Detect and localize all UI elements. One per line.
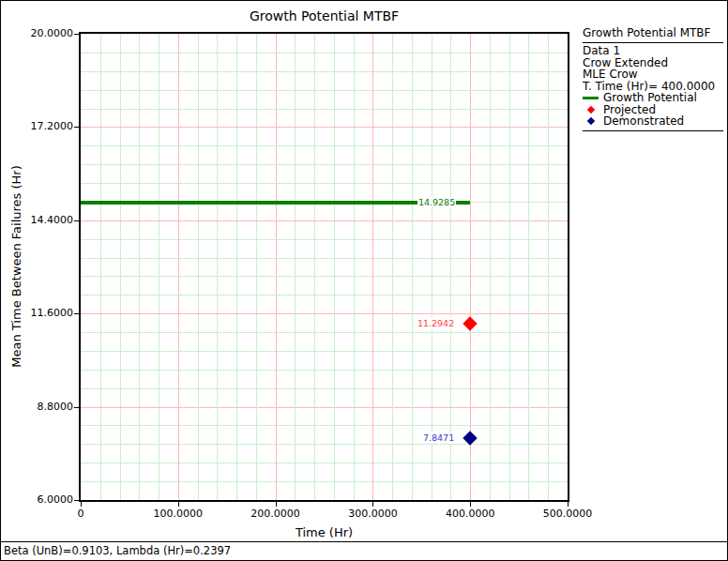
legend-item-demonstrated: Demonstrated [583,115,723,128]
minor-gridline-h [81,388,568,389]
minor-gridline-h [81,370,568,371]
y-tick-label: 17.2000 [1,120,73,133]
minor-gridline-v [334,34,335,500]
x-tick-label: 0 [43,508,118,520]
x-axis-tick [81,502,82,507]
status-bar: Beta (UnB)=0.9103, Lambda (Hr)=0.2397 [1,541,727,560]
minor-gridline-v [100,34,101,500]
y-tick-label: 6.0000 [1,493,73,507]
minor-gridline-v [412,34,413,500]
major-gridline-v [470,34,471,500]
minor-gridline-v [314,34,315,500]
projected-marker [463,316,478,331]
y-axis-tick [74,500,79,501]
minor-gridline-h [81,425,568,426]
x-axis-title: Time (Hr) [79,525,569,539]
legend-item-label: Demonstrated [603,114,684,128]
x-axis-tick [276,502,277,507]
y-tick-label: 8.8000 [1,401,73,414]
y-axis-tick [74,34,79,35]
legend-item-growth-potential: Growth Potential [583,92,723,104]
y-axis-tick [74,313,79,314]
minor-gridline-v [120,34,121,500]
minor-gridline-v [450,34,451,500]
y-tick-label: 20.0000 [1,27,73,40]
y-tick-label: 14.4000 [1,214,73,227]
minor-gridline-v [432,34,432,500]
growth-potential-value-label: 14.9285 [417,197,456,208]
growth-potential-line-icon [583,97,599,99]
major-gridline-h [81,313,568,314]
minor-gridline-h [81,183,568,184]
minor-gridline-h [81,462,568,463]
plot-region: Growth Potential MTBF 14.928511.29427.84… [1,1,727,560]
x-tick-label: 300.0000 [335,508,410,520]
minor-gridline-v [528,34,529,500]
plot-area: 14.928511.29427.8471 [79,32,569,502]
minor-gridline-h [81,481,568,482]
minor-gridline-v [256,34,257,500]
projected-diamond-icon [583,107,599,113]
x-axis-tick [568,502,569,507]
minor-gridline-h [81,53,568,53]
x-tick-label: 100.0000 [141,508,216,520]
minor-gridline-h [81,145,568,146]
minor-gridline-v [392,34,393,500]
demonstrated-value-label: 7.8471 [422,432,455,444]
x-tick-label: 200.0000 [238,508,313,520]
y-axis-title: Mean Time Between Failures (Hr) [9,165,23,367]
minor-gridline-h [81,351,568,352]
legend-info-ttime: T. Time (Hr)= 400.0000 [583,81,723,93]
chart-title: Growth Potential MTBF [79,8,569,23]
minor-gridline-h [81,332,568,333]
x-tick-label: 500.0000 [530,508,605,520]
x-axis-tick [178,502,179,507]
demonstrated-diamond-icon [583,118,599,124]
y-tick-label: 11.6000 [1,307,73,320]
y-axis-tick [74,127,79,128]
minor-gridline-h [81,164,568,165]
minor-gridline-h [81,444,568,445]
y-axis-tick [74,220,79,221]
minor-gridline-h [81,295,568,296]
minor-gridline-v [490,34,491,500]
minor-gridline-v [159,34,159,500]
minor-gridline-h [81,109,568,110]
minor-gridline-v [548,34,549,500]
minor-gridline-h [81,239,568,240]
major-gridline-v [372,34,373,500]
legend-item-projected: Projected [583,104,723,116]
minor-gridline-v [139,34,140,500]
minor-gridline-h [81,90,568,91]
minor-gridline-v [236,34,237,500]
minor-gridline-v [217,34,218,500]
legend-info-dataset: Data 1 [583,45,723,57]
major-gridline-h [81,220,568,221]
major-gridline-v [276,34,277,500]
y-axis-tick [74,407,79,408]
minor-gridline-v [509,34,510,500]
major-gridline-h [81,407,568,408]
minor-gridline-v [198,34,199,500]
major-gridline-h [81,127,568,128]
chart-window: Growth Potential MTBF 14.928511.29427.84… [0,0,728,561]
minor-gridline-h [81,276,568,277]
legend-info-method: MLE Crow [583,68,723,81]
minor-gridline-v [295,34,296,500]
legend-title: Growth Potential MTBF [583,27,723,43]
growth-potential-line [81,201,470,205]
minor-gridline-h [81,258,568,259]
x-tick-label: 400.0000 [432,508,508,520]
major-gridline-v [178,34,179,500]
x-axis-tick [470,502,471,507]
x-axis-tick [372,502,373,507]
minor-gridline-h [81,71,568,72]
legend: Growth Potential MTBF Data 1 Crow Extend… [583,27,723,131]
minor-gridline-v [354,34,355,500]
projected-value-label: 11.2942 [417,318,455,329]
